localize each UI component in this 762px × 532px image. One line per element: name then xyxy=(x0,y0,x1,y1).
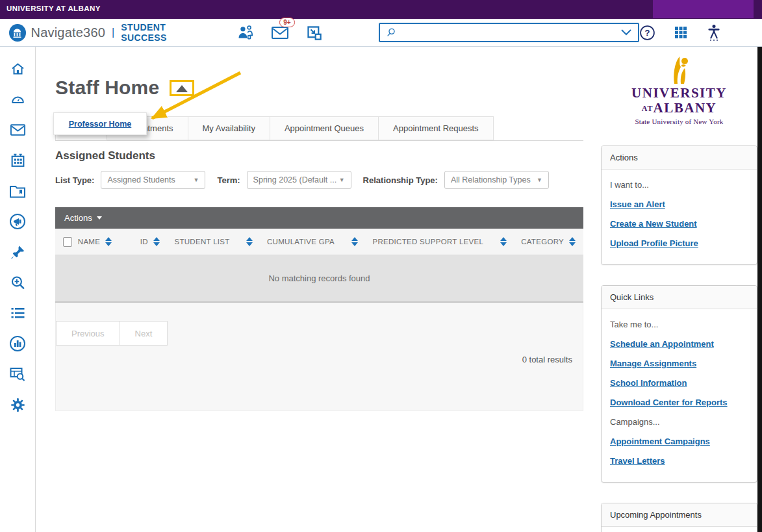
sort-icon[interactable] xyxy=(569,237,576,246)
accessibility-icon[interactable] xyxy=(706,24,722,41)
col-student-list: STUDENT LIST xyxy=(174,238,229,246)
logo-line1: UNIVERSITY xyxy=(601,85,757,101)
app-header: Navigate360 | STUDENT SUCCESS 9+ ? xyxy=(0,19,762,47)
quick-links-panel: Quick Links Take me to... Schedule an Ap… xyxy=(601,285,757,483)
sort-icon[interactable] xyxy=(351,237,358,246)
logo-line3: State University of New York xyxy=(601,118,757,125)
calendar-icon[interactable] xyxy=(9,153,26,168)
link-travel-letters[interactable]: Travel Letters xyxy=(610,456,748,466)
col-category: CATEGORY xyxy=(521,238,564,246)
ualbany-emblem-icon xyxy=(665,55,694,84)
grid-header-row: NAME ID STUDENT LIST CUMULATIVE GPA PRED… xyxy=(55,229,583,255)
campaigns-megaphone-icon[interactable] xyxy=(9,214,26,229)
caret-down-icon: ▼ xyxy=(537,177,542,183)
col-predicted-support-level: PREDICTED SUPPORT LEVEL xyxy=(372,238,483,246)
term-label: Term: xyxy=(217,175,240,185)
brand-name: Navigate360 xyxy=(31,25,106,40)
chevron-up-icon[interactable] xyxy=(176,85,188,92)
top-institution-bar: UNIVERSITY AT ALBANY xyxy=(0,0,762,19)
link-manage-assignments[interactable]: Manage Assignments xyxy=(610,359,748,368)
tab-appointment-queues[interactable]: Appointment Queues xyxy=(270,116,379,140)
caret-down-icon xyxy=(97,216,102,220)
list-type-select[interactable]: Assigned Students▼ xyxy=(101,171,205,189)
sort-icon[interactable] xyxy=(246,237,253,246)
lists-icon[interactable] xyxy=(9,305,26,321)
dropdown-item-professor-home[interactable]: Professor Home xyxy=(69,120,132,129)
header-icon-group: 9+ xyxy=(236,23,323,42)
upcoming-appointments-panel: Upcoming Appointments You have no upcomi… xyxy=(601,503,757,532)
gauge-icon[interactable] xyxy=(9,92,26,107)
caret-down-icon: ▼ xyxy=(339,177,345,183)
previous-button[interactable]: Previous xyxy=(56,321,120,346)
window-edge-strip xyxy=(757,47,762,532)
quick-links-title: Quick Links xyxy=(602,286,757,309)
advanced-search-icon[interactable] xyxy=(9,275,26,290)
grid-actions-menu[interactable]: Actions xyxy=(55,207,583,229)
sort-icon[interactable] xyxy=(105,237,112,246)
relationship-type-label: Relationship Type: xyxy=(363,175,438,185)
help-icon[interactable]: ? xyxy=(639,25,655,41)
select-all-checkbox[interactable] xyxy=(63,237,72,247)
svg-text:?: ? xyxy=(645,28,650,38)
grid-footer: Previous Next 0 total results xyxy=(55,303,583,411)
link-appointment-campaigns[interactable]: Appointment Campaigns xyxy=(610,437,748,446)
upcoming-appointments-title: Upcoming Appointments xyxy=(602,503,757,527)
link-download-center[interactable]: Download Center for Reports xyxy=(610,398,748,407)
col-name: NAME xyxy=(78,238,100,246)
users-icon[interactable] xyxy=(236,23,255,42)
filter-row: List Type: Assigned Students▼ Term: Spri… xyxy=(55,171,595,189)
cases-folder-icon[interactable] xyxy=(9,183,26,199)
pagination: Previous Next xyxy=(56,321,572,346)
term-select[interactable]: Spring 2025 (Default ...▼ xyxy=(247,171,351,189)
link-upload-profile-picture[interactable]: Upload Profile Picture xyxy=(610,238,748,248)
link-school-information[interactable]: School Information xyxy=(610,378,748,388)
actions-intro: I want to... xyxy=(610,180,748,190)
logo-line2: ATALBANY xyxy=(601,101,757,115)
tab-my-availability[interactable]: My Availability xyxy=(188,116,270,140)
search-input[interactable] xyxy=(400,28,620,38)
actions-panel: Actions I want to... Issue an Alert Crea… xyxy=(601,146,757,265)
link-schedule-appointment[interactable]: Schedule an Appointment xyxy=(610,339,748,349)
reporting-icon[interactable] xyxy=(9,366,26,382)
actions-panel-title: Actions xyxy=(602,146,757,170)
assigned-students-grid: Actions NAME ID STUDENT LIST CUMULATIVE … xyxy=(55,207,583,411)
institution-name: UNIVERSITY AT ALBANY xyxy=(6,5,101,12)
quick-links-intro: Take me to... xyxy=(610,320,748,329)
right-column: UNIVERSITY ATALBANY State University of … xyxy=(601,47,757,532)
mail-icon[interactable]: 9+ xyxy=(271,25,289,40)
main-content: Staff Home Appointments My Availability … xyxy=(36,47,595,532)
settings-gear-icon[interactable] xyxy=(9,397,26,412)
page-title: Staff Home xyxy=(55,77,159,99)
home-type-caret-highlight xyxy=(170,80,194,96)
dock-window-icon[interactable] xyxy=(305,24,323,42)
col-id: ID xyxy=(140,238,148,246)
sort-icon[interactable] xyxy=(500,237,507,246)
chevron-down-icon[interactable] xyxy=(620,29,632,36)
campaigns-label: Campaigns... xyxy=(610,417,748,427)
col-cumulative-gpa: CUMULATIVE GPA xyxy=(267,238,335,246)
tab-appointment-requests[interactable]: Appointment Requests xyxy=(379,116,494,140)
link-create-new-student[interactable]: Create a New Student xyxy=(610,219,748,229)
link-issue-an-alert[interactable]: Issue an Alert xyxy=(610,199,748,209)
brand-divider: | xyxy=(112,27,114,38)
university-logo: UNIVERSITY ATALBANY State University of … xyxy=(601,47,757,125)
analytics-icon[interactable] xyxy=(9,336,26,351)
home-type-dropdown: Professor Home xyxy=(53,112,147,135)
total-results: 0 total results xyxy=(56,355,572,364)
search-icon xyxy=(386,27,396,38)
sort-icon[interactable] xyxy=(153,237,160,246)
brand-subtitle: STUDENT SUCCESS xyxy=(121,22,209,43)
list-type-label: List Type: xyxy=(55,175,94,185)
relationship-type-select[interactable]: All Relationship Types▼ xyxy=(444,171,549,189)
empty-state-message: No matching records found xyxy=(55,255,583,303)
header-right-icons: ? xyxy=(639,24,722,41)
caret-down-icon: ▼ xyxy=(194,177,199,183)
pin-icon[interactable] xyxy=(9,244,26,260)
home-icon[interactable] xyxy=(9,61,26,77)
global-search[interactable] xyxy=(379,23,639,42)
mail-unread-badge: 9+ xyxy=(279,18,294,27)
next-button[interactable]: Next xyxy=(120,321,168,346)
envelope-icon[interactable] xyxy=(9,122,26,138)
apps-grid-icon[interactable] xyxy=(674,25,688,40)
navigate-logo-icon xyxy=(9,24,26,42)
